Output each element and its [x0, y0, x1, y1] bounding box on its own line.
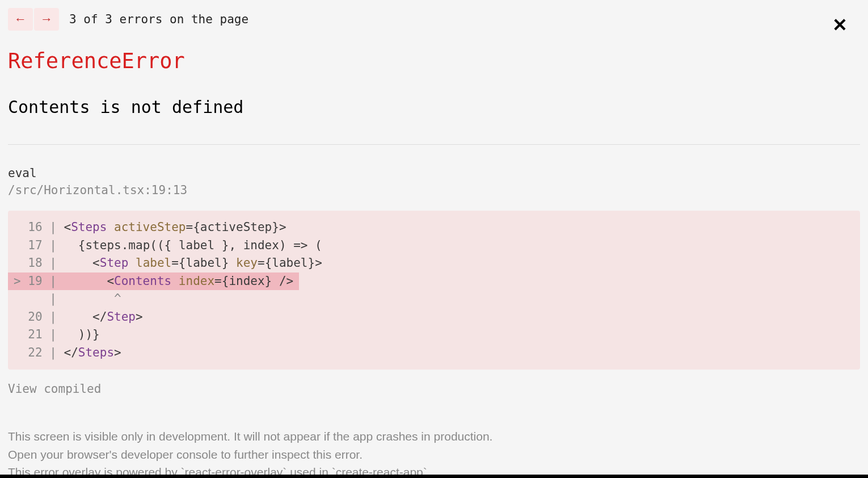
error-count: 3 of 3 errors on the page [69, 12, 248, 26]
code-snippet: 16 | <Steps activeStep={activeStep}> 17 … [8, 211, 860, 370]
stack-frame-name: eval [8, 166, 860, 180]
view-compiled-link[interactable]: View compiled [8, 382, 101, 396]
code-line: 21 | ))} [8, 326, 860, 344]
error-message: Contents is not defined [8, 97, 860, 117]
code-line: 20 | </Step> [8, 308, 860, 326]
footer-line: Open your browser's developer console to… [8, 446, 860, 464]
prev-error-button[interactable]: ← [8, 8, 33, 31]
nav-buttons: ← → [8, 8, 59, 31]
bottom-bar [0, 475, 868, 478]
footer-notice: This screen is visible only in developme… [8, 427, 860, 478]
arrow-right-icon: → [40, 12, 53, 27]
code-line: 16 | <Steps activeStep={activeStep}> [8, 219, 860, 237]
code-line: 22 | </Steps> [8, 344, 860, 362]
close-button[interactable]: ✕ [832, 16, 848, 34]
divider [8, 144, 860, 145]
error-type: ReferenceError [8, 49, 860, 73]
code-line-highlighted: > 19 | <Contents index={index} /> [8, 272, 860, 291]
code-line-caret: | ^ [8, 290, 860, 308]
next-error-button[interactable]: → [34, 8, 59, 31]
stack-frame-location: /src/Horizontal.tsx:19:13 [8, 183, 860, 197]
code-line: 18 | <Step label={label} key={label}> [8, 254, 860, 272]
error-overlay-header: ← → 3 of 3 errors on the page [8, 8, 860, 31]
close-icon: ✕ [832, 15, 848, 35]
code-line: 17 | {steps.map(({ label }, index) => ( [8, 237, 860, 255]
footer-line: This screen is visible only in developme… [8, 427, 860, 446]
arrow-left-icon: ← [14, 12, 27, 27]
